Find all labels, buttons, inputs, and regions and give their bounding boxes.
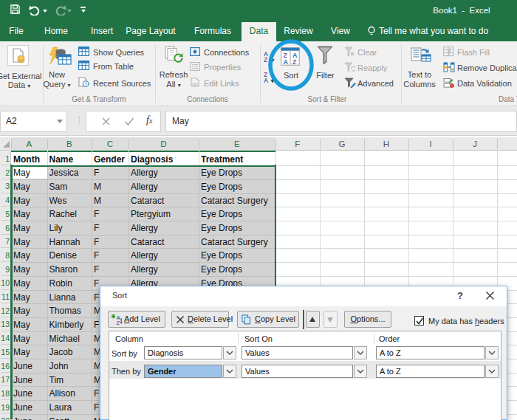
- svg-text:Z: Z: [117, 320, 120, 325]
